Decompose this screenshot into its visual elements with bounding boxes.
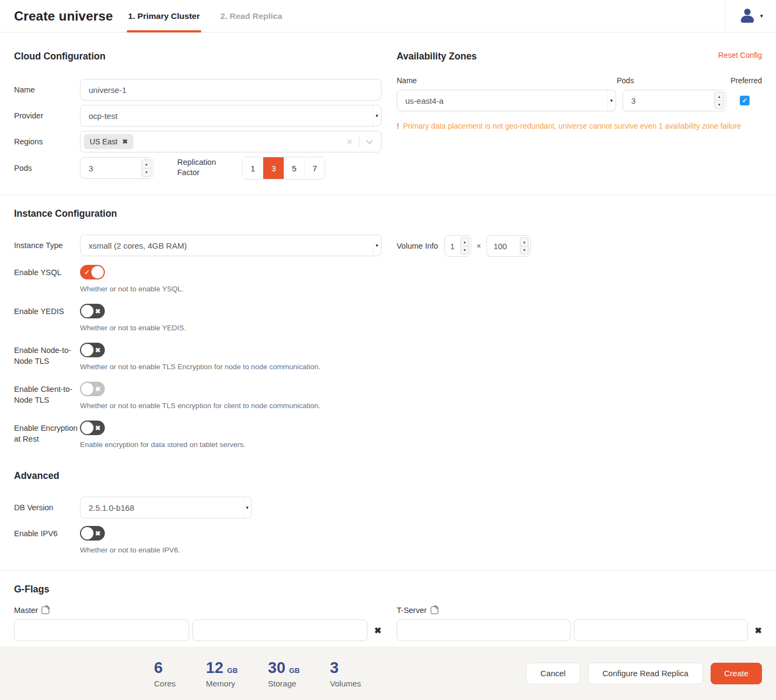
volume-count-field: ▲ ▼	[444, 235, 471, 257]
cancel-button[interactable]: Cancel	[526, 663, 580, 684]
region-chip: US East ✖	[84, 134, 133, 149]
geo-redundancy-warning: ! Primary data placement is not geo-redu…	[397, 122, 762, 130]
tserver-label: T-Server	[397, 606, 427, 615]
gflags-heading: G-Flags	[14, 584, 762, 595]
edit-icon[interactable]: ✎	[431, 606, 438, 614]
enable-client-to-node-tls-help: Whether or not to enable TLS encryption …	[80, 402, 320, 410]
availability-zones-heading: Availability Zones	[397, 51, 477, 62]
footer-bar: 6 Cores 12GB Memory 30GB Storage 3 Volum…	[0, 646, 776, 700]
availability-zones-section: Availability Zones Reset Config Name Pod…	[397, 51, 762, 184]
tserver-flag-value-input[interactable]	[574, 620, 747, 641]
instance-type-select[interactable]: xsmall (2 cores, 4GB RAM) ▼	[80, 235, 382, 256]
db-version-select[interactable]: 2.5.1.0-b168 ▼	[80, 497, 252, 518]
provider-label: Provider	[14, 110, 80, 121]
create-button[interactable]: Create	[711, 663, 762, 684]
spinner-up-icon[interactable]: ▲	[461, 238, 469, 246]
enable-yedis-label: Enable YEDIS	[14, 304, 80, 317]
enable-yedis-toggle[interactable]: ✖	[80, 304, 105, 318]
remove-row-icon[interactable]: ✖	[374, 625, 382, 636]
az-pods-field: ▲ ▼	[623, 90, 726, 111]
caret-down-icon: ▾	[760, 12, 763, 19]
pods-field: ▲ ▼	[80, 157, 153, 179]
enable-node-to-node-tls-help: Whether or not to enable TLS Encryption …	[80, 363, 320, 371]
enable-node-to-node-tls-toggle[interactable]: ✖	[80, 343, 105, 357]
spinner-down-icon[interactable]: ▼	[520, 246, 528, 255]
regions-clear-icon[interactable]: ×	[340, 136, 359, 148]
enable-client-to-node-tls-label: Enable Client-to-Node TLS	[14, 382, 80, 405]
replication-factor-label: Replication Factor	[177, 157, 218, 178]
stat-volumes: 3 Volumes	[330, 659, 362, 688]
tab-primary-cluster[interactable]: 1. Primary Cluster	[127, 0, 201, 32]
remove-row-icon[interactable]: ✖	[755, 625, 762, 636]
universe-name-input[interactable]	[81, 79, 381, 100]
spinner-down-icon[interactable]: ▼	[715, 101, 724, 109]
rf-option-5[interactable]: 5	[284, 157, 304, 179]
tab-read-replica[interactable]: 2. Read Replica	[219, 0, 284, 32]
select-arrow-icon: ▼	[373, 236, 380, 255]
enable-encryption-at-rest-label: Enable Encryption at Rest	[14, 421, 80, 444]
configure-read-replica-button[interactable]: Configure Read Replica	[588, 663, 703, 684]
select-arrow-icon: ▼	[243, 498, 251, 517]
enable-ysql-label: Enable YSQL	[14, 265, 80, 278]
az-name-column-header: Name	[397, 76, 617, 85]
rf-option-3[interactable]: 3	[263, 157, 284, 179]
instance-configuration-heading: Instance Configuration	[14, 208, 382, 219]
cross-icon: ✖	[95, 424, 101, 432]
volume-count-spinner: ▲ ▼	[460, 237, 469, 255]
edit-icon[interactable]: ✎	[42, 606, 49, 614]
cloud-configuration-section: Cloud Configuration Name Provider ocp-te…	[14, 51, 382, 184]
enable-encryption-at-rest-toggle[interactable]: ✖	[80, 421, 105, 435]
az-row: us-east4-a ▼ ▲ ▼ ✓	[397, 90, 762, 111]
spinner-down-icon[interactable]: ▼	[461, 246, 469, 255]
main-content: Cloud Configuration Name Provider ocp-te…	[0, 32, 776, 661]
rf-option-1[interactable]: 1	[243, 157, 263, 179]
master-flag-name-input[interactable]	[15, 620, 189, 641]
az-pods-column-header: Pods	[617, 76, 730, 85]
enable-client-to-node-tls-toggle[interactable]: ✖	[80, 382, 105, 396]
reset-config-link[interactable]: Reset Config	[718, 51, 762, 59]
spinner-down-icon[interactable]: ▼	[142, 169, 151, 177]
header: Create universe 1. Primary Cluster 2. Re…	[0, 0, 776, 32]
multiply-sign: ×	[477, 242, 481, 250]
stat-storage: 30GB Storage	[268, 659, 300, 688]
enable-ysql-toggle[interactable]: ✓	[80, 265, 105, 279]
pods-spinner: ▲ ▼	[142, 159, 151, 177]
preferred-checkbox[interactable]: ✓	[740, 96, 750, 105]
enable-ipv6-toggle[interactable]: ✖	[80, 526, 105, 541]
cross-icon: ✖	[95, 530, 101, 537]
spinner-up-icon[interactable]: ▲	[715, 92, 724, 101]
volume-info-label: Volume Info	[397, 242, 444, 250]
master-flag-name-field	[14, 619, 189, 641]
master-flag-value-field	[192, 619, 367, 641]
rf-option-7[interactable]: 7	[304, 157, 325, 179]
stat-cores: 6 Cores	[154, 659, 176, 688]
stat-memory: 12GB Memory	[206, 659, 238, 688]
provider-select[interactable]: ocp-test ▼	[80, 105, 382, 126]
check-icon: ✓	[84, 269, 90, 276]
az-pods-input[interactable]	[623, 90, 726, 111]
volume-size-field: ▲ ▼	[486, 235, 531, 257]
spinner-up-icon[interactable]: ▲	[142, 160, 151, 169]
tab-read-replica-label: 2. Read Replica	[220, 11, 283, 21]
chevron-down-icon[interactable]	[366, 137, 373, 144]
name-label: Name	[14, 84, 80, 95]
user-icon	[740, 9, 754, 23]
create-universe-page: Create universe 1. Primary Cluster 2. Re…	[0, 0, 776, 700]
region-chip-remove-icon[interactable]: ✖	[122, 138, 128, 145]
tserver-flag-name-input[interactable]	[397, 620, 570, 641]
master-label: Master	[14, 606, 38, 615]
master-flag-value-input[interactable]	[193, 620, 367, 641]
select-arrow-icon: ▼	[373, 106, 380, 125]
spinner-up-icon[interactable]: ▲	[520, 238, 528, 246]
regions-multiselect[interactable]: US East ✖ ×	[80, 131, 382, 152]
advanced-section: Advanced DB Version 2.5.1.0-b168 ▼ Enabl…	[14, 449, 762, 554]
replication-factor-group: 1 3 5 7	[242, 157, 325, 179]
advanced-heading: Advanced	[14, 470, 762, 482]
select-arrow-icon: ▼	[607, 91, 615, 110]
az-name-select[interactable]: us-east4-a ▼	[397, 90, 616, 111]
header-user-area[interactable]: ▾	[725, 0, 776, 32]
enable-ysql-help: Whether or not to enable YSQL.	[80, 285, 184, 293]
resource-stats: 6 Cores 12GB Memory 30GB Storage 3 Volum…	[154, 659, 361, 688]
cloud-configuration-heading: Cloud Configuration	[14, 51, 382, 62]
cross-icon: ✖	[95, 385, 101, 393]
